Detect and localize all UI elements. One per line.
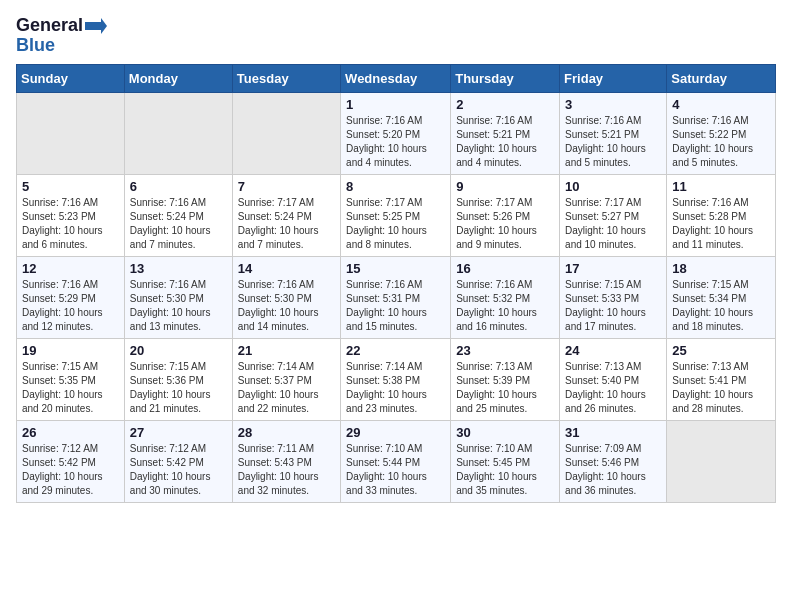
day-number: 6	[130, 179, 227, 194]
calendar-cell: 18Sunrise: 7:15 AM Sunset: 5:34 PM Dayli…	[667, 256, 776, 338]
calendar-cell: 19Sunrise: 7:15 AM Sunset: 5:35 PM Dayli…	[17, 338, 125, 420]
weekday-header-row: SundayMondayTuesdayWednesdayThursdayFrid…	[17, 64, 776, 92]
calendar-cell: 3Sunrise: 7:16 AM Sunset: 5:21 PM Daylig…	[560, 92, 667, 174]
calendar-cell: 20Sunrise: 7:15 AM Sunset: 5:36 PM Dayli…	[124, 338, 232, 420]
day-info: Sunrise: 7:15 AM Sunset: 5:35 PM Dayligh…	[22, 360, 119, 416]
day-number: 16	[456, 261, 554, 276]
day-number: 1	[346, 97, 445, 112]
calendar-table: SundayMondayTuesdayWednesdayThursdayFrid…	[16, 64, 776, 503]
weekday-header-cell: Saturday	[667, 64, 776, 92]
weekday-header-cell: Monday	[124, 64, 232, 92]
calendar-cell: 28Sunrise: 7:11 AM Sunset: 5:43 PM Dayli…	[232, 420, 340, 502]
weekday-header-cell: Friday	[560, 64, 667, 92]
day-number: 8	[346, 179, 445, 194]
day-info: Sunrise: 7:10 AM Sunset: 5:44 PM Dayligh…	[346, 442, 445, 498]
day-number: 9	[456, 179, 554, 194]
calendar-cell: 21Sunrise: 7:14 AM Sunset: 5:37 PM Dayli…	[232, 338, 340, 420]
day-number: 17	[565, 261, 661, 276]
day-number: 20	[130, 343, 227, 358]
day-number: 15	[346, 261, 445, 276]
calendar-cell: 7Sunrise: 7:17 AM Sunset: 5:24 PM Daylig…	[232, 174, 340, 256]
day-info: Sunrise: 7:13 AM Sunset: 5:39 PM Dayligh…	[456, 360, 554, 416]
day-number: 23	[456, 343, 554, 358]
day-info: Sunrise: 7:17 AM Sunset: 5:24 PM Dayligh…	[238, 196, 335, 252]
calendar-cell: 26Sunrise: 7:12 AM Sunset: 5:42 PM Dayli…	[17, 420, 125, 502]
calendar-week-row: 1Sunrise: 7:16 AM Sunset: 5:20 PM Daylig…	[17, 92, 776, 174]
svg-marker-0	[85, 18, 107, 34]
calendar-cell: 16Sunrise: 7:16 AM Sunset: 5:32 PM Dayli…	[451, 256, 560, 338]
weekday-header-cell: Sunday	[17, 64, 125, 92]
weekday-header-cell: Tuesday	[232, 64, 340, 92]
day-info: Sunrise: 7:16 AM Sunset: 5:21 PM Dayligh…	[456, 114, 554, 170]
calendar-cell	[124, 92, 232, 174]
calendar-cell: 15Sunrise: 7:16 AM Sunset: 5:31 PM Dayli…	[341, 256, 451, 338]
day-number: 21	[238, 343, 335, 358]
logo: General Blue	[16, 16, 107, 56]
weekday-header-cell: Wednesday	[341, 64, 451, 92]
day-info: Sunrise: 7:10 AM Sunset: 5:45 PM Dayligh…	[456, 442, 554, 498]
day-info: Sunrise: 7:16 AM Sunset: 5:31 PM Dayligh…	[346, 278, 445, 334]
calendar-cell: 25Sunrise: 7:13 AM Sunset: 5:41 PM Dayli…	[667, 338, 776, 420]
page-header: General Blue	[16, 16, 776, 56]
calendar-cell: 27Sunrise: 7:12 AM Sunset: 5:42 PM Dayli…	[124, 420, 232, 502]
calendar-week-row: 5Sunrise: 7:16 AM Sunset: 5:23 PM Daylig…	[17, 174, 776, 256]
calendar-week-row: 26Sunrise: 7:12 AM Sunset: 5:42 PM Dayli…	[17, 420, 776, 502]
calendar-week-row: 12Sunrise: 7:16 AM Sunset: 5:29 PM Dayli…	[17, 256, 776, 338]
day-info: Sunrise: 7:15 AM Sunset: 5:33 PM Dayligh…	[565, 278, 661, 334]
day-number: 18	[672, 261, 770, 276]
day-number: 27	[130, 425, 227, 440]
day-number: 25	[672, 343, 770, 358]
calendar-cell: 1Sunrise: 7:16 AM Sunset: 5:20 PM Daylig…	[341, 92, 451, 174]
day-info: Sunrise: 7:17 AM Sunset: 5:26 PM Dayligh…	[456, 196, 554, 252]
day-number: 11	[672, 179, 770, 194]
day-number: 31	[565, 425, 661, 440]
day-number: 2	[456, 97, 554, 112]
day-info: Sunrise: 7:09 AM Sunset: 5:46 PM Dayligh…	[565, 442, 661, 498]
day-number: 29	[346, 425, 445, 440]
day-info: Sunrise: 7:13 AM Sunset: 5:40 PM Dayligh…	[565, 360, 661, 416]
day-info: Sunrise: 7:16 AM Sunset: 5:29 PM Dayligh…	[22, 278, 119, 334]
calendar-cell: 10Sunrise: 7:17 AM Sunset: 5:27 PM Dayli…	[560, 174, 667, 256]
calendar-cell: 17Sunrise: 7:15 AM Sunset: 5:33 PM Dayli…	[560, 256, 667, 338]
day-info: Sunrise: 7:16 AM Sunset: 5:32 PM Dayligh…	[456, 278, 554, 334]
logo-blue: Blue	[16, 36, 107, 56]
day-info: Sunrise: 7:16 AM Sunset: 5:30 PM Dayligh…	[130, 278, 227, 334]
calendar-cell: 8Sunrise: 7:17 AM Sunset: 5:25 PM Daylig…	[341, 174, 451, 256]
day-number: 3	[565, 97, 661, 112]
day-info: Sunrise: 7:15 AM Sunset: 5:36 PM Dayligh…	[130, 360, 227, 416]
day-info: Sunrise: 7:17 AM Sunset: 5:27 PM Dayligh…	[565, 196, 661, 252]
calendar-cell: 30Sunrise: 7:10 AM Sunset: 5:45 PM Dayli…	[451, 420, 560, 502]
day-number: 28	[238, 425, 335, 440]
day-info: Sunrise: 7:14 AM Sunset: 5:37 PM Dayligh…	[238, 360, 335, 416]
day-number: 19	[22, 343, 119, 358]
calendar-cell	[232, 92, 340, 174]
day-info: Sunrise: 7:16 AM Sunset: 5:22 PM Dayligh…	[672, 114, 770, 170]
day-info: Sunrise: 7:16 AM Sunset: 5:23 PM Dayligh…	[22, 196, 119, 252]
calendar-cell	[667, 420, 776, 502]
weekday-header-cell: Thursday	[451, 64, 560, 92]
day-number: 4	[672, 97, 770, 112]
day-number: 13	[130, 261, 227, 276]
day-info: Sunrise: 7:17 AM Sunset: 5:25 PM Dayligh…	[346, 196, 445, 252]
day-number: 14	[238, 261, 335, 276]
calendar-cell: 13Sunrise: 7:16 AM Sunset: 5:30 PM Dayli…	[124, 256, 232, 338]
calendar-cell: 2Sunrise: 7:16 AM Sunset: 5:21 PM Daylig…	[451, 92, 560, 174]
calendar-cell: 31Sunrise: 7:09 AM Sunset: 5:46 PM Dayli…	[560, 420, 667, 502]
day-number: 7	[238, 179, 335, 194]
calendar-body: 1Sunrise: 7:16 AM Sunset: 5:20 PM Daylig…	[17, 92, 776, 502]
day-info: Sunrise: 7:11 AM Sunset: 5:43 PM Dayligh…	[238, 442, 335, 498]
logo-general: General	[16, 16, 83, 36]
calendar-cell: 11Sunrise: 7:16 AM Sunset: 5:28 PM Dayli…	[667, 174, 776, 256]
day-number: 10	[565, 179, 661, 194]
day-info: Sunrise: 7:12 AM Sunset: 5:42 PM Dayligh…	[22, 442, 119, 498]
day-number: 24	[565, 343, 661, 358]
calendar-cell	[17, 92, 125, 174]
calendar-week-row: 19Sunrise: 7:15 AM Sunset: 5:35 PM Dayli…	[17, 338, 776, 420]
calendar-cell: 9Sunrise: 7:17 AM Sunset: 5:26 PM Daylig…	[451, 174, 560, 256]
day-info: Sunrise: 7:12 AM Sunset: 5:42 PM Dayligh…	[130, 442, 227, 498]
day-info: Sunrise: 7:16 AM Sunset: 5:28 PM Dayligh…	[672, 196, 770, 252]
calendar-cell: 14Sunrise: 7:16 AM Sunset: 5:30 PM Dayli…	[232, 256, 340, 338]
day-info: Sunrise: 7:16 AM Sunset: 5:30 PM Dayligh…	[238, 278, 335, 334]
day-info: Sunrise: 7:14 AM Sunset: 5:38 PM Dayligh…	[346, 360, 445, 416]
day-number: 22	[346, 343, 445, 358]
